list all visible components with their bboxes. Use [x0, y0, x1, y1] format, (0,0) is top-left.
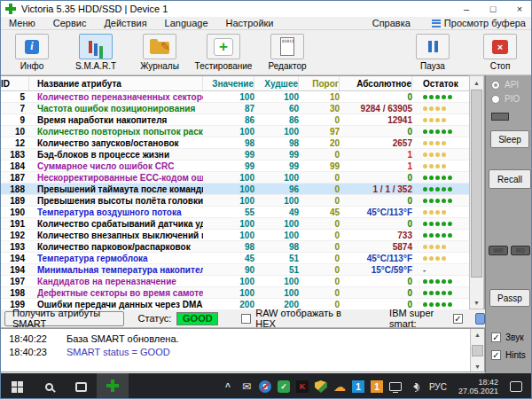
toolbar-stop-button[interactable]: ×Стоп	[474, 34, 526, 74]
toolbar: iИнфоS.M.A.R.TЖурналы+ТестированиеРедакт…	[1, 31, 532, 75]
maximize-button[interactable]: □	[480, 1, 506, 17]
attribute-name: Количество парковок/распарковок	[29, 242, 203, 252]
minimize-button[interactable]: –	[453, 1, 480, 17]
table-row[interactable]: 5Количество переназначенных секторов1001…	[1, 91, 484, 103]
header-absolute[interactable]: Абсолютное	[340, 76, 412, 90]
table-row[interactable]: 187Нескорректированные ECC-кодом ошибки1…	[1, 172, 484, 184]
table-row[interactable]: 192Количество внезапных выключений пита.…	[1, 230, 484, 241]
attribute-name: Количество внезапных выключений пита...	[29, 231, 203, 240]
table-row[interactable]: 9Время наработки накопителя8686012941	[1, 114, 484, 126]
table-row[interactable]: 7Частота ошибок позиционирования87603092…	[1, 103, 484, 114]
log-panel: 18:40:22База SMART обновлена.18:40:23SMA…	[1, 328, 485, 372]
skype-icon[interactable]: S	[259, 380, 271, 393]
close-button[interactable]: ×	[506, 1, 532, 17]
scrollbar-thumb[interactable]	[471, 90, 482, 278]
header-threshold[interactable]: Порог	[299, 76, 340, 90]
pause-icon	[427, 41, 439, 52]
taskbar: ^S✓K11 РУС 18:42 27.05.2021	[1, 373, 532, 399]
task-view-button[interactable]	[65, 373, 97, 399]
toolbar-test-button[interactable]: +Тестирование	[198, 34, 249, 74]
toolbar-pause-button[interactable]: Пауза	[407, 34, 458, 74]
table-row[interactable]: 183Бэд-блоков в процессе жизни999901	[1, 149, 484, 160]
table-row[interactable]: 194Минимальная температура накопителя905…	[1, 264, 484, 276]
scroll-down-icon[interactable]: ▼	[470, 296, 483, 309]
journals-icon	[150, 42, 169, 54]
attribute-name: Количество переназначенных секторов	[29, 92, 203, 102]
status-good-badge: GOOD	[176, 312, 218, 325]
shield-check-icon[interactable]: ✓	[278, 380, 290, 393]
mail-icon[interactable]	[240, 380, 253, 393]
table-row[interactable]: 194Температура гермоблока4551045°C/113°F	[1, 253, 484, 264]
defender-shield-icon[interactable]	[315, 380, 327, 393]
buffer-view-label: Просмотр буфера	[444, 18, 526, 28]
chevron-up-icon[interactable]: ^	[222, 380, 234, 393]
table-row[interactable]: 197Кандидатов на переназначение10010000	[1, 276, 484, 287]
header-value[interactable]: Значение	[203, 76, 254, 90]
attribute-name: Количество повторных попыток раскрутки	[29, 127, 203, 137]
search-button[interactable]	[33, 373, 65, 399]
notification-orange-1-icon[interactable]: 1	[371, 380, 383, 393]
buffer-view-button[interactable]: Просмотр буфера	[432, 18, 532, 28]
table-row[interactable]: 198Дефектные секторы во время самотеста1…	[1, 287, 484, 299]
attribute-name: Кандидатов на переназначение	[29, 277, 203, 286]
language-indicator[interactable]: РУС	[426, 382, 450, 392]
log-scroll-up-icon[interactable]: ▲	[471, 329, 484, 340]
api-radio[interactable]	[491, 81, 500, 90]
header-name[interactable]: Название атрибута	[29, 76, 203, 90]
scroll-up-icon[interactable]: ▲	[470, 76, 483, 89]
menu-item-help[interactable]: Справка	[364, 18, 419, 28]
table-row[interactable]: 189Превышения высоты полёта головки10010…	[1, 195, 484, 207]
log-scroll-down-icon[interactable]: ▼	[471, 361, 484, 372]
table-row[interactable]: 191Количество срабатываний датчика удара…	[1, 218, 484, 230]
smart-icon	[87, 39, 105, 55]
toolbar-journals-button[interactable]: Журналы	[134, 34, 185, 74]
task-view-icon	[75, 382, 87, 392]
volume-icon[interactable]	[408, 380, 420, 393]
table-row[interactable]: 12Количество запусков/остановок989820265…	[1, 137, 484, 149]
sound-label: Звук	[505, 332, 524, 342]
passp-button[interactable]: Passp	[489, 289, 530, 307]
clock[interactable]: 18:42 27.05.2021	[456, 378, 501, 395]
toolbar-editor-button[interactable]: Редактор	[262, 34, 313, 74]
raw-hex-checkbox[interactable]	[241, 314, 251, 324]
menu-item-сервис[interactable]: Сервис	[44, 18, 96, 28]
notification-center-icon[interactable]	[510, 381, 522, 392]
clock-time: 18:42	[478, 378, 498, 387]
table-row[interactable]: 184Суммарное число ошибок CRC9999991	[1, 160, 484, 172]
get-smart-button[interactable]: Получить атрибуты SMART	[4, 311, 124, 326]
victoria-taskbar-button[interactable]	[97, 373, 129, 399]
pio-radio[interactable]	[491, 95, 500, 104]
menu-item-language[interactable]: Language	[156, 18, 217, 28]
attribute-name: Минимальная температура накопителя	[29, 265, 203, 275]
table-row[interactable]: 188Превышений таймаута после команды1009…	[1, 184, 484, 195]
table-scrollbar[interactable]: ▲ ▼	[469, 75, 484, 309]
toolbar-smart-button[interactable]: S.M.A.R.T	[70, 34, 121, 74]
hints-checkbox[interactable]: ✓	[491, 350, 501, 360]
network-icon[interactable]	[389, 380, 402, 393]
table-row[interactable]: 193Количество парковок/распарковок989805…	[1, 241, 484, 253]
log-scrollbar-thumb[interactable]	[472, 345, 483, 356]
start-button[interactable]	[1, 373, 33, 399]
sound-checkbox[interactable]: ✓	[491, 332, 501, 342]
sleep-button[interactable]: Sleep	[490, 130, 529, 148]
notification-blue-1-icon[interactable]: 1	[352, 380, 364, 393]
header-worst[interactable]: Худшее	[254, 76, 299, 90]
smart-extra-button[interactable]	[475, 313, 485, 325]
menu-item-настройки[interactable]: Настройки	[217, 18, 283, 28]
ibm-smart-checkbox[interactable]: ✓	[453, 314, 463, 324]
search-icon	[45, 383, 53, 391]
toolbar-info-label: Инфо	[20, 61, 44, 71]
weather-cloud-icon[interactable]	[333, 380, 346, 393]
table-header: ID Название атрибута Значение Худшее Пор…	[1, 76, 484, 91]
pio-label: PIO	[505, 94, 520, 104]
table-row[interactable]: 10Количество повторных попыток раскрутки…	[1, 126, 484, 137]
header-id[interactable]: ID	[1, 76, 29, 90]
toolbar-info-button[interactable]: iИнфо	[6, 34, 58, 74]
log-scrollbar[interactable]: ▲ ▼	[470, 329, 484, 372]
blocked-app-icon[interactable]: K	[296, 380, 309, 393]
menu-item-действия[interactable]: Действия	[95, 18, 155, 28]
table-row[interactable]: 190Температура воздушного потока55494545…	[1, 207, 484, 218]
info-icon: i	[25, 40, 39, 54]
recall-button[interactable]: Recall	[489, 169, 531, 189]
menu-item-меню[interactable]: Меню	[1, 18, 44, 28]
